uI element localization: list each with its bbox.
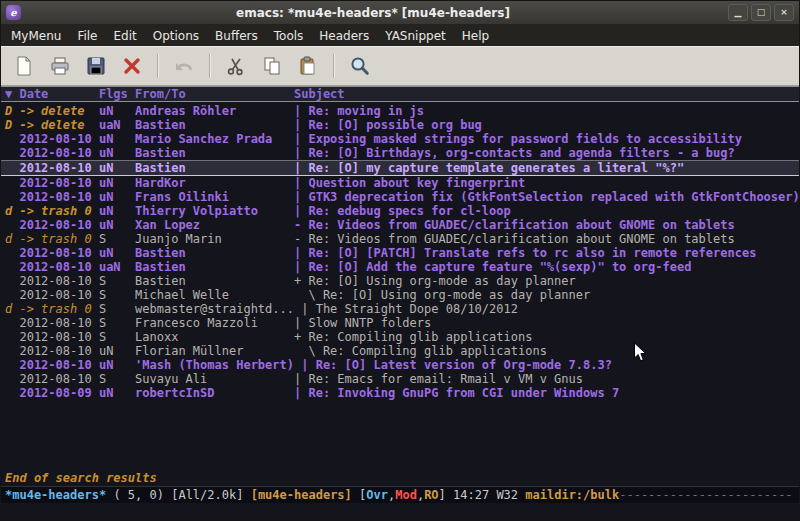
- message-row[interactable]: 2012-08-10 uN Bastien | Re: [O] Birthday…: [1, 146, 799, 160]
- modeline-segment: Ovr: [366, 488, 388, 502]
- message-row[interactable]: 2012-08-10 S Francesco Mazzoli | Slow NN…: [1, 316, 799, 330]
- flags-cell: S: [99, 372, 135, 386]
- message-row[interactable]: D -> delete uaN Bastien | Re: [O] possib…: [1, 118, 799, 132]
- subject-cell: | Re: [O] Add the capture feature "%(sex…: [294, 260, 691, 274]
- subject-cell: | Re: Emacs for email: Rmail v VM v Gnus: [294, 372, 583, 386]
- message-row[interactable]: 2012-08-10 uaN Bastien | Re: [O] Add the…: [1, 260, 799, 274]
- message-row[interactable]: 2012-08-10 S Michael Welle \ Re: [O] Usi…: [1, 288, 799, 302]
- echo-area[interactable]: [1, 503, 799, 520]
- message-row[interactable]: D -> delete uN Andreas Röhler | Re: movi…: [1, 104, 799, 118]
- subject-cell: | Re: edebug specs for cl-loop: [294, 204, 511, 218]
- flags-cell: S: [99, 330, 135, 344]
- emacs-app-icon: e: [6, 5, 21, 20]
- cut-icon[interactable]: [218, 50, 254, 82]
- from-cell: 'Mash (Thomas Herbert): [135, 358, 301, 372]
- maximize-button[interactable]: □: [751, 4, 771, 21]
- message-row[interactable]: d -> trash 0 uN Thierry Volpiatto | Re: …: [1, 204, 799, 218]
- menu-item-tools[interactable]: Tools: [266, 27, 312, 45]
- date-cell: 2012-08-10: [5, 176, 99, 190]
- subject-cell: | Re: [O] [PATCH] Translate refs to rc a…: [294, 246, 756, 260]
- menu-item-help[interactable]: Help: [454, 27, 497, 45]
- date-cell: 2012-08-10: [5, 260, 99, 274]
- message-row[interactable]: 2012-08-10 uN Florian Müllner \ Re: Comp…: [1, 344, 799, 358]
- menu-item-headers[interactable]: Headers: [311, 27, 377, 45]
- flags-cell: uaN: [99, 118, 135, 132]
- paste-icon[interactable]: [290, 50, 326, 82]
- flags-cell: S: [99, 288, 135, 302]
- flags-cell: S: [99, 316, 135, 330]
- from-cell: Xan Lopez: [135, 218, 294, 232]
- menu-item-yasnippet[interactable]: YASnippet: [377, 27, 454, 45]
- title-bar[interactable]: e emacs: *mu4e-headers* [mu4e-headers] ▁…: [1, 1, 799, 25]
- menu-item-file[interactable]: File: [69, 27, 105, 45]
- subject-cell: | GTK3 deprecation fix (GtkFontSelection…: [294, 190, 799, 204]
- message-row[interactable]: 2012-08-10 uN Xan Lopez - Re: Videos fro…: [1, 218, 799, 232]
- from-cell: Andreas Röhler: [135, 104, 294, 118]
- message-row[interactable]: 2012-08-10 uN Bastien | Re: [O] [PATCH] …: [1, 246, 799, 260]
- modeline-segment: [: [352, 488, 366, 502]
- mark-cell: D -> delete: [5, 118, 99, 132]
- print-icon[interactable]: [42, 50, 78, 82]
- mu4e-headers-buffer: ▼ Date Flgs From/To Subject D -> delete …: [1, 86, 799, 520]
- menu-item-buffers[interactable]: Buffers: [207, 27, 266, 45]
- menu-item-edit[interactable]: Edit: [106, 27, 145, 45]
- copy-icon[interactable]: [254, 50, 290, 82]
- modeline-segment: [mu4e-headers]: [251, 488, 352, 502]
- flags-cell: uN: [99, 104, 135, 118]
- from-cell: Lanoxx: [135, 330, 294, 344]
- modeline-segment: maildir:/bulk: [525, 488, 619, 502]
- search-icon[interactable]: [342, 50, 378, 82]
- from-cell: Bastien: [135, 274, 294, 288]
- menu-bar: MyMenuFileEditOptionsBuffersToolsHeaders…: [1, 25, 799, 46]
- from-cell: Juanjo Marin: [135, 232, 294, 246]
- end-of-search-results: End of search results: [1, 471, 799, 486]
- header-line: ▼ Date Flgs From/To Subject: [1, 86, 799, 102]
- message-row[interactable]: 2012-08-10 uN 'Mash (Thomas Herbert) | R…: [1, 358, 799, 372]
- from-cell: robertcInSD: [135, 386, 294, 400]
- subject-cell: - Re: Videos from GUADEC/clarification a…: [294, 232, 735, 246]
- save-icon[interactable]: [78, 50, 114, 82]
- message-row[interactable]: 2012-08-10 S Lanoxx + Re: Compiling glib…: [1, 330, 799, 344]
- flags-cell: uaN: [99, 260, 135, 274]
- date-cell: 2012-08-09: [5, 386, 99, 400]
- modeline-segment: ]: [439, 488, 453, 502]
- message-row[interactable]: 2012-08-09 uN robertcInSD | Re: Invoking…: [1, 386, 799, 400]
- menu-item-mymenu[interactable]: MyMenu: [3, 27, 69, 45]
- message-row[interactable]: 2012-08-10 S Bastien + Re: [O] Using org…: [1, 274, 799, 288]
- menu-item-options[interactable]: Options: [145, 27, 207, 45]
- flags-cell: uN: [99, 190, 135, 204]
- subject-cell: | Question about key fingerprint: [294, 176, 525, 190]
- close-buffer-icon[interactable]: [114, 50, 150, 82]
- date-cell: 2012-08-10: [5, 288, 99, 302]
- message-row[interactable]: d -> trash 0 S Juanjo Marin - Re: Videos…: [1, 232, 799, 246]
- new-file-icon[interactable]: [6, 50, 42, 82]
- toolbar-separator: [209, 54, 211, 78]
- close-button[interactable]: ×: [774, 4, 794, 21]
- flags-cell: uN: [99, 146, 135, 160]
- message-row[interactable]: d -> trash 0 S webmaster@straightd... | …: [1, 302, 799, 316]
- modeline-segment: 14:27 W32: [453, 488, 525, 502]
- mode-line: *mu4e-headers* ( 5, 0) [All/2.0k] [mu4e-…: [1, 486, 799, 503]
- message-row[interactable]: 2012-08-10 uN Mario Sanchez Prada | Expo…: [1, 132, 799, 146]
- modeline-segment: ------------------------: [619, 488, 792, 502]
- minimize-button[interactable]: ▁: [728, 4, 748, 21]
- message-row-current[interactable]: 2012-08-10 uN Bastien | Re: [O] my captu…: [1, 160, 799, 176]
- subject-cell: - Re: Videos from GUADEC/clarification a…: [294, 218, 735, 232]
- modeline-segment: Mod: [395, 488, 417, 502]
- message-row[interactable]: 2012-08-10 uN Frans Oilinki | GTK3 depre…: [1, 190, 799, 204]
- from-cell: HardKor: [135, 176, 294, 190]
- date-cell: 2012-08-10: [5, 358, 99, 372]
- from-cell: Bastien: [135, 118, 294, 132]
- date-cell: 2012-08-10: [5, 372, 99, 386]
- message-row[interactable]: 2012-08-10 S Suvayu Ali | Re: Emacs for …: [1, 372, 799, 386]
- message-row[interactable]: 2012-08-10 uN HardKor | Question about k…: [1, 176, 799, 190]
- date-cell: 2012-08-10: [5, 344, 99, 358]
- subject-cell: | Re: moving in js: [294, 104, 424, 118]
- subject-cell: \ Re: Compiling glib applications: [294, 344, 547, 358]
- subject-cell: | Re: [O] my capture template generates …: [294, 161, 684, 175]
- subject-cell: | The Straight Dope 08/10/2012: [301, 302, 518, 316]
- date-cell: 2012-08-10: [5, 274, 99, 288]
- modeline-segment: ( 5, 0): [106, 488, 171, 502]
- from-cell: Mario Sanchez Prada: [135, 132, 294, 146]
- flags-cell: uN: [99, 176, 135, 190]
